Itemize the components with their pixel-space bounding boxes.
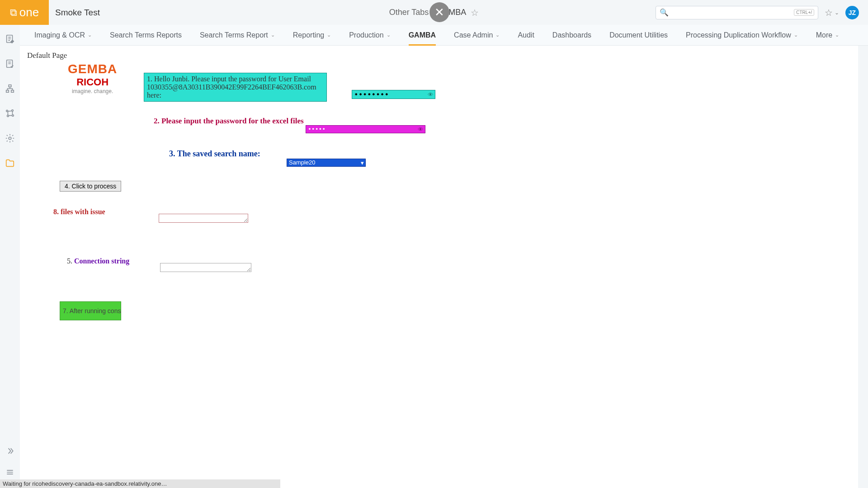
password-2-value: •••••: [308, 126, 326, 132]
chevron-down-icon: ⌄: [835, 32, 839, 38]
svg-rect-2: [9, 85, 11, 87]
password-2-input[interactable]: ••••• 👁: [306, 125, 425, 133]
close-overlay-icon[interactable]: ✕: [429, 2, 449, 22]
prompt-5-label: 5. Connection string: [67, 257, 129, 265]
svg-rect-4: [11, 90, 14, 93]
star-icon[interactable]: ☆: [471, 7, 479, 18]
chevron-down-icon: ⌄: [88, 32, 92, 38]
chevron-down-icon: ⌄: [387, 32, 391, 38]
tab-case-admin[interactable]: Case Admin⌄: [454, 25, 500, 46]
favorites-dropdown[interactable]: ☆ ⌄: [825, 7, 839, 18]
tab-label: Search Terms Reports: [110, 31, 182, 39]
tab-imaging-ocr[interactable]: Imaging & OCR⌄: [34, 25, 92, 46]
tab-search-terms-reports[interactable]: Search Terms Reports: [110, 25, 182, 46]
tab-dashboards[interactable]: Dashboards: [552, 25, 591, 46]
password-1-value: ••••••••: [354, 90, 389, 99]
global-search-input[interactable]: [672, 9, 794, 16]
tab-label: Audit: [518, 31, 534, 39]
files-issue-textarea[interactable]: [159, 214, 248, 223]
graph-icon[interactable]: [5, 108, 15, 121]
brand-logo[interactable]: ⧉ one: [0, 0, 49, 25]
user-avatar[interactable]: JZ: [845, 6, 859, 19]
brand-icon: ⧉: [10, 7, 17, 19]
tab-audit[interactable]: Audit: [518, 25, 534, 46]
svg-point-6: [12, 110, 14, 112]
chevron-down-icon: ⌄: [794, 32, 798, 38]
tab-document-utilities[interactable]: Document Utilities: [609, 25, 668, 46]
global-search[interactable]: 🔍 CTRL+/: [656, 6, 818, 19]
tab-search-terms-report[interactable]: Search Terms Report⌄: [200, 25, 275, 46]
dropdown-icon: ▾: [361, 160, 364, 166]
tab-label: Processing Duplication Workflow: [686, 31, 791, 39]
svg-point-9: [9, 137, 11, 140]
eye-icon[interactable]: 👁: [428, 91, 434, 98]
tab-label: GAMBA: [409, 31, 436, 39]
expand-rail-icon[interactable]: [5, 446, 14, 458]
password-1-input[interactable]: •••••••• 👁: [352, 90, 435, 99]
prompt-1-label: 1. Hello Junbi. Please input the passwor…: [144, 73, 327, 102]
tab-label: More: [816, 31, 832, 39]
tab-label: Reporting: [293, 31, 324, 39]
status-bar: Waiting for ricohediscovery-canada-ea-sa…: [0, 479, 280, 488]
content-area: Default Page GEMBA RICOH imagine. change…: [20, 46, 858, 488]
gemba-logo-line3: imagine. change.: [68, 88, 117, 94]
doc-edit-icon[interactable]: [5, 34, 15, 46]
search-shortcut-hint: CTRL+/: [794, 9, 814, 16]
prompt-3-label: 3. The saved search name:: [169, 149, 260, 159]
svg-rect-3: [6, 90, 9, 93]
star-icon: ☆: [825, 7, 833, 18]
gemba-logo-line1: GEMBA: [68, 62, 117, 76]
tab-label: Production: [349, 31, 384, 39]
search-icon: 🔍: [660, 8, 669, 17]
svg-point-5: [6, 110, 8, 112]
tab-label: Dashboards: [552, 31, 591, 39]
tab-nav: Imaging & OCR⌄Search Terms ReportsSearch…: [20, 25, 868, 46]
left-rail: [0, 25, 20, 488]
eye-icon[interactable]: 👁: [418, 126, 424, 133]
app-header: ⧉ one Smoke Test ✕ Other Tabs › GAMBA ☆ …: [0, 0, 868, 25]
chevron-down-icon: ⌄: [327, 32, 331, 38]
tab-label: Document Utilities: [609, 31, 668, 39]
after-running-button[interactable]: 7. After running cons: [60, 301, 121, 320]
chevron-down-icon: ⌄: [271, 32, 275, 38]
saved-search-value: Sample20: [289, 159, 316, 166]
breadcrumb-parent[interactable]: Other Tabs: [389, 8, 429, 17]
tab-production[interactable]: Production⌄: [349, 25, 391, 46]
prompt-5-text: Connection string: [74, 257, 129, 265]
tab-more[interactable]: More⌄: [816, 25, 839, 46]
tab-reporting[interactable]: Reporting⌄: [293, 25, 331, 46]
connection-string-textarea[interactable]: [160, 263, 251, 272]
svg-point-8: [12, 115, 14, 117]
saved-search-select[interactable]: Sample20 ▾: [287, 159, 366, 167]
doc-check-icon[interactable]: [5, 59, 15, 71]
prompt-2-label: 2. Please input the password for the exc…: [154, 117, 304, 126]
chevron-down-icon: ⌄: [495, 32, 500, 38]
svg-point-7: [7, 115, 9, 117]
folder-icon[interactable]: [5, 158, 15, 170]
hierarchy-icon[interactable]: [5, 84, 15, 96]
tab-gamba[interactable]: GAMBA: [409, 25, 436, 46]
header-right: 🔍 CTRL+/ ☆ ⌄ JZ: [656, 6, 859, 19]
prompt-8-label: 8. files with issue: [53, 208, 105, 216]
tab-label: Imaging & OCR: [34, 31, 85, 39]
chevron-down-icon: ⌄: [835, 9, 839, 16]
page-title: Default Page: [27, 51, 851, 60]
tab-label: Case Admin: [454, 31, 493, 39]
tab-processing-duplication-workflow[interactable]: Processing Duplication Workflow⌄: [686, 25, 798, 46]
prompt-5-num: 5.: [67, 257, 74, 265]
gemba-logo-line2: RICOH: [68, 76, 117, 88]
gear-icon[interactable]: [5, 133, 15, 145]
workspace-title[interactable]: Smoke Test: [55, 8, 100, 18]
brand-text: one: [19, 5, 39, 19]
menu-icon[interactable]: [5, 468, 14, 479]
gemba-logo: GEMBA RICOH imagine. change.: [68, 62, 117, 94]
tab-label: Search Terms Report: [200, 31, 268, 39]
process-button[interactable]: 4. Click to process: [60, 181, 121, 192]
